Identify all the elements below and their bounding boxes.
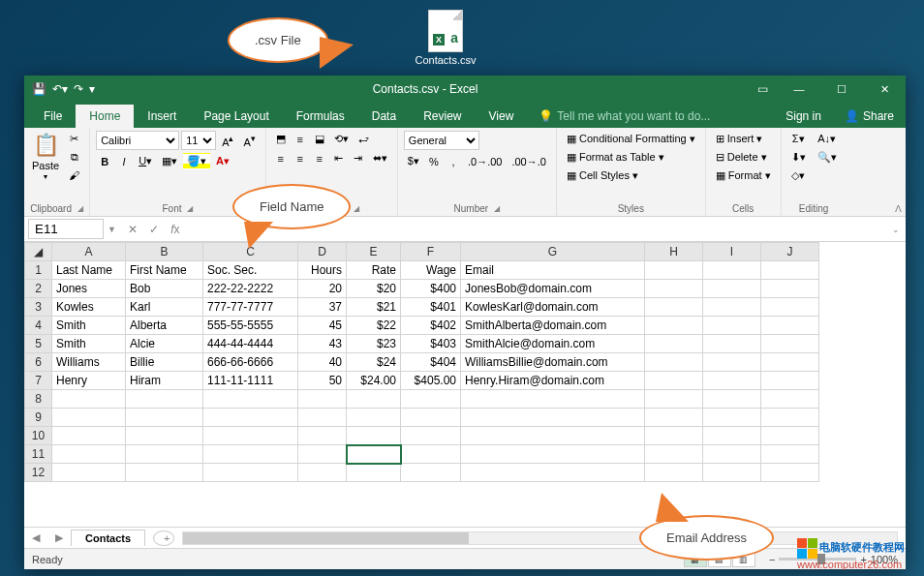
cell[interactable]: Jones — [52, 280, 126, 298]
cell[interactable]: Kowles — [52, 298, 126, 317]
cell[interactable]: 20 — [298, 280, 347, 298]
expand-formula-bar-icon[interactable]: ⌄ — [886, 225, 906, 234]
cell[interactable]: 222-22-2222 — [203, 280, 298, 298]
cell[interactable]: $21 — [347, 298, 401, 317]
find-select-button[interactable]: 🔍▾ — [814, 149, 841, 166]
comma-button[interactable]: , — [445, 154, 462, 169]
cell[interactable]: Smith — [52, 335, 126, 353]
italic-button[interactable]: I — [115, 154, 133, 169]
underline-button[interactable]: U▾ — [135, 153, 156, 169]
cell[interactable]: $405.00 — [401, 372, 461, 390]
cell[interactable]: $401 — [401, 298, 461, 317]
cell[interactable]: Alcie — [126, 335, 203, 353]
bold-button[interactable]: B — [96, 154, 113, 169]
tab-home[interactable]: Home — [76, 105, 134, 128]
zoom-out-button[interactable]: − — [769, 554, 775, 565]
sign-in-link[interactable]: Sign in — [774, 105, 833, 128]
row-header[interactable]: 1 — [25, 261, 52, 280]
cell[interactable]: Wage — [401, 261, 461, 280]
col-header[interactable]: A — [52, 243, 126, 261]
cell[interactable]: $20 — [347, 280, 401, 298]
maximize-button[interactable]: ☐ — [820, 76, 863, 103]
cell[interactable]: Soc. Sec. — [203, 261, 298, 280]
cell[interactable]: Henry — [52, 372, 126, 390]
tab-data[interactable]: Data — [358, 105, 410, 128]
cell[interactable]: Bob — [126, 280, 203, 298]
format-painter-button[interactable]: 🖌 — [65, 167, 83, 183]
cancel-formula-icon[interactable]: ✕ — [122, 223, 143, 236]
cell[interactable]: Karl — [126, 298, 203, 317]
cell[interactable]: 555-55-5555 — [203, 317, 298, 335]
add-sheet-button[interactable]: + — [153, 531, 174, 546]
number-launcher-icon[interactable]: ◢ — [494, 204, 500, 213]
row-header[interactable]: 3 — [25, 298, 52, 317]
col-header[interactable]: D — [298, 243, 347, 261]
cell[interactable]: SmithAlcie@domain.com — [461, 335, 645, 353]
cell[interactable]: 37 — [298, 298, 347, 317]
col-header[interactable]: G — [461, 243, 645, 261]
currency-button[interactable]: $▾ — [404, 153, 423, 169]
cell[interactable]: Henry.Hiram@domain.com — [461, 372, 645, 390]
cell[interactable]: $402 — [401, 317, 461, 335]
horizontal-scrollbar[interactable] — [182, 531, 898, 545]
name-box[interactable] — [28, 219, 104, 239]
align-bottom-button[interactable]: ⬓ — [311, 131, 328, 147]
cell[interactable]: First Name — [126, 261, 203, 280]
increase-indent-button[interactable]: ⇥ — [350, 150, 367, 167]
tab-page-layout[interactable]: Page Layout — [190, 105, 282, 128]
font-launcher-icon[interactable]: ◢ — [187, 204, 193, 213]
row-header[interactable]: 12 — [25, 464, 52, 482]
align-right-button[interactable]: ≡ — [311, 151, 328, 167]
row-header[interactable]: 10 — [25, 427, 52, 445]
tab-view[interactable]: View — [476, 105, 528, 128]
col-header[interactable]: I — [703, 243, 761, 261]
fill-button[interactable]: ⬇▾ — [787, 149, 810, 166]
grow-font-button[interactable]: A▴ — [218, 131, 237, 150]
qat-customize-icon[interactable]: ▾ — [89, 82, 95, 96]
cell[interactable]: $400 — [401, 280, 461, 298]
autosum-button[interactable]: Σ▾ — [787, 131, 810, 147]
orientation-button[interactable]: ⟲▾ — [330, 131, 353, 147]
cell[interactable]: 40 — [298, 353, 347, 372]
close-button[interactable]: ✕ — [863, 76, 906, 103]
row-header[interactable]: 5 — [25, 335, 52, 353]
decrease-decimal-button[interactable]: .00→.0 — [508, 154, 549, 169]
row-header[interactable]: 11 — [25, 445, 52, 464]
cell[interactable]: $23 — [347, 335, 401, 353]
increase-decimal-button[interactable]: .0→.00 — [464, 154, 506, 169]
redo-icon[interactable]: ↷ — [74, 82, 83, 96]
tab-formulas[interactable]: Formulas — [283, 105, 358, 128]
align-left-button[interactable]: ≡ — [272, 151, 290, 167]
minimize-button[interactable]: — — [778, 76, 820, 103]
alignment-launcher-icon[interactable]: ◢ — [354, 204, 359, 213]
row-header[interactable]: 7 — [25, 372, 52, 390]
active-cell[interactable] — [347, 445, 401, 464]
cell[interactable]: Email — [461, 261, 645, 280]
cell[interactable]: SmithAlberta@domain.com — [461, 317, 645, 335]
clear-button[interactable]: ◇▾ — [787, 167, 810, 184]
sheet-tab[interactable]: Contacts — [71, 530, 145, 546]
row-header[interactable]: 4 — [25, 317, 52, 335]
tab-scroll-left-icon[interactable]: ◀ — [24, 531, 47, 544]
col-header[interactable]: B — [126, 243, 203, 261]
cell[interactable]: 444-44-4444 — [203, 335, 298, 353]
cell[interactable]: Hiram — [126, 372, 203, 390]
conditional-formatting-button[interactable]: ▦ Conditional Formatting ▾ — [563, 131, 699, 147]
cell[interactable]: Alberta — [126, 317, 203, 335]
fx-icon[interactable]: fx — [165, 223, 186, 236]
align-center-button[interactable]: ≡ — [292, 151, 309, 167]
cell[interactable]: Williams — [52, 353, 126, 372]
paste-button[interactable]: 📋Paste▼ — [30, 131, 61, 182]
save-icon[interactable]: 💾 — [32, 82, 46, 96]
clipboard-launcher-icon[interactable]: ◢ — [77, 204, 83, 213]
cell[interactable]: $404 — [401, 353, 461, 372]
cell[interactable]: $403 — [401, 335, 461, 353]
percent-button[interactable]: % — [425, 154, 443, 169]
select-all-corner[interactable]: ◢ — [25, 243, 52, 261]
format-cells-button[interactable]: ▦ Format ▾ — [712, 167, 775, 184]
worksheet-grid[interactable]: ◢ A B C D E F G H I J 1 Last Name First … — [24, 242, 819, 482]
format-as-table-button[interactable]: ▦ Format as Table ▾ — [563, 149, 699, 166]
desktop-file-icon[interactable]: Xa Contacts.csv — [407, 10, 484, 66]
fill-color-button[interactable]: 🪣▾ — [183, 153, 210, 169]
decrease-indent-button[interactable]: ⇤ — [330, 150, 348, 167]
